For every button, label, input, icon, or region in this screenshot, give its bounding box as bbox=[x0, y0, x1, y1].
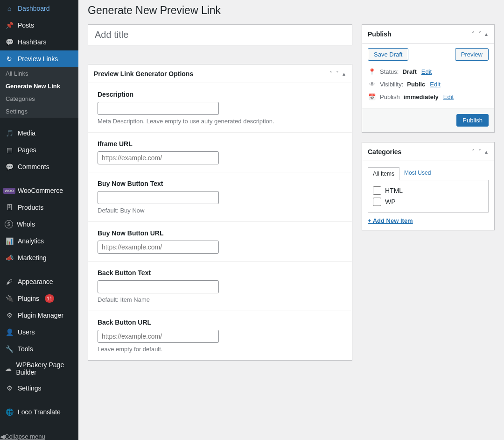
dashboard-icon: ⌂ bbox=[5, 4, 14, 13]
subitem-alllinks[interactable]: All Links bbox=[0, 67, 78, 80]
field-input-3[interactable] bbox=[98, 241, 219, 254]
categories-toggle-icon[interactable]: ▴ bbox=[484, 148, 489, 156]
publish-toggle-icon[interactable]: ▴ bbox=[484, 30, 489, 38]
sidebar-item-media[interactable]: 🎵Media bbox=[0, 125, 78, 142]
field-hint-5: Leave empty for default. bbox=[98, 346, 343, 353]
sidebar-item-marketing[interactable]: 📣Marketing bbox=[0, 249, 78, 266]
sidebar-label-pages: Pages bbox=[18, 146, 36, 154]
sidebar-item-loco[interactable]: 🌐Loco Translate bbox=[0, 404, 78, 420]
visibility-value: Public bbox=[407, 81, 425, 88]
metabox-down-icon[interactable]: ˅ bbox=[335, 70, 340, 78]
sidebar-label-hashbars: HashBars bbox=[18, 38, 46, 46]
calendar-icon: 📅 bbox=[368, 93, 376, 100]
field-hint-0: Meta Description. Leave empty to use aut… bbox=[98, 118, 343, 125]
appearance-icon: 🖌 bbox=[5, 277, 14, 286]
sidebar-label-pluginmgr: Plugin Manager bbox=[18, 312, 63, 319]
eye-icon: 👁 bbox=[368, 81, 376, 88]
plugins-icon: 🔌 bbox=[5, 294, 14, 303]
category-checkbox-0[interactable] bbox=[373, 186, 381, 195]
sidebar-label-settings2: Settings bbox=[18, 384, 42, 392]
subitem-gennew[interactable]: Generate New Link bbox=[0, 80, 78, 92]
visibility-label: Visibility: bbox=[380, 81, 403, 88]
products-icon: 🗄 bbox=[5, 203, 14, 212]
sidebar-label-loco: Loco Translate bbox=[18, 408, 61, 416]
sidebar-label-wpbakery: WPBakery Page Builder bbox=[16, 361, 74, 376]
sidebar-item-products[interactable]: 🗄Products bbox=[0, 199, 78, 216]
category-item-0[interactable]: HTML bbox=[373, 185, 483, 196]
sidebar-label-analytics: Analytics bbox=[18, 237, 44, 245]
schedule-label: Publish bbox=[380, 93, 400, 100]
preview-button[interactable]: Preview bbox=[455, 48, 489, 61]
category-label-0: HTML bbox=[385, 187, 403, 194]
publish-down-icon[interactable]: ˅ bbox=[477, 30, 482, 38]
pin-icon: 📍 bbox=[368, 68, 376, 75]
sidebar-item-wpbakery[interactable]: ☁WPBakery Page Builder bbox=[0, 357, 78, 380]
media-icon: 🎵 bbox=[5, 128, 14, 138]
categories-down-icon[interactable]: ˅ bbox=[477, 148, 482, 156]
publish-up-icon[interactable]: ˄ bbox=[471, 30, 476, 38]
add-new-category-link[interactable]: + Add New Item bbox=[368, 217, 413, 224]
visibility-edit-link[interactable]: Edit bbox=[430, 81, 440, 88]
sidebar-item-previewlinks[interactable]: ↻Preview Links bbox=[0, 50, 78, 67]
status-edit-link[interactable]: Edit bbox=[421, 68, 432, 75]
field-label-2: Buy Now Button Text bbox=[98, 180, 343, 187]
categories-up-icon[interactable]: ˄ bbox=[471, 148, 476, 156]
pluginmgr-icon: ⚙ bbox=[5, 311, 14, 320]
sidebar-item-pages[interactable]: ▤Pages bbox=[0, 142, 78, 158]
field-input-0[interactable] bbox=[98, 102, 219, 115]
sidebar-item-tools[interactable]: 🔧Tools bbox=[0, 341, 78, 357]
sidebar-item-posts[interactable]: 📌Posts bbox=[0, 17, 78, 34]
sidebar-item-plugins[interactable]: 🔌Plugins11 bbox=[0, 290, 78, 307]
subitem-cats[interactable]: Categories bbox=[0, 92, 78, 105]
sidebar-label-plugins: Plugins bbox=[18, 295, 39, 302]
field-input-5[interactable] bbox=[98, 330, 219, 343]
sidebar-item-whols[interactable]: $Whols bbox=[0, 216, 78, 233]
dollar-icon: $ bbox=[5, 220, 13, 228]
sidebar-label-media: Media bbox=[18, 129, 35, 137]
sidebar-item-woo[interactable]: WOOWooCommerce bbox=[0, 182, 78, 199]
sidebar-item-dashboard[interactable]: ⌂Dashboard bbox=[0, 0, 78, 17]
category-checkbox-1[interactable] bbox=[373, 198, 381, 206]
tab-most-used[interactable]: Most Used bbox=[399, 167, 435, 180]
wpbakery-icon: ☁ bbox=[5, 364, 12, 373]
categories-box-title: Categories bbox=[368, 148, 471, 156]
field-label-0: Description bbox=[98, 91, 343, 98]
metabox-up-icon[interactable]: ˄ bbox=[329, 70, 333, 78]
sidebar-label-comments: Comments bbox=[18, 163, 49, 170]
schedule-edit-link[interactable]: Edit bbox=[443, 93, 454, 100]
category-item-1[interactable]: WP bbox=[373, 196, 483, 207]
field-input-4[interactable] bbox=[98, 280, 219, 293]
sidebar-label-tools: Tools bbox=[18, 345, 33, 353]
sidebar-item-comments[interactable]: 💬Comments bbox=[0, 158, 78, 175]
sidebar-item-hashbars[interactable]: 💬HashBars bbox=[0, 34, 78, 50]
category-label-1: WP bbox=[385, 198, 396, 206]
status-label: Status: bbox=[380, 68, 399, 75]
publish-button[interactable]: Publish bbox=[456, 114, 489, 127]
sidebar-label-products: Products bbox=[18, 204, 43, 211]
field-hint-4: Default: Item Name bbox=[98, 296, 343, 303]
sidebar-label-whols: Whols bbox=[17, 220, 35, 228]
sidebar-item-settings2[interactable]: ⚙Settings bbox=[0, 380, 78, 397]
collapse-menu[interactable]: ◀Collapse menu bbox=[0, 433, 45, 440]
sidebar-label-posts: Posts bbox=[18, 21, 34, 29]
plugins-badge: 11 bbox=[45, 294, 54, 303]
marketing-icon: 📣 bbox=[5, 253, 14, 263]
sidebar-item-pluginmgr[interactable]: ⚙Plugin Manager bbox=[0, 307, 78, 324]
sidebar-item-appearance[interactable]: 🖌Appearance bbox=[0, 273, 78, 290]
tools-icon: 🔧 bbox=[5, 344, 14, 354]
metabox-title: Preview Link Generator Options bbox=[94, 70, 329, 78]
field-input-1[interactable] bbox=[98, 151, 219, 164]
post-title-input[interactable] bbox=[88, 24, 352, 45]
sidebar-item-analytics[interactable]: 📊Analytics bbox=[0, 233, 78, 249]
posts-icon: 📌 bbox=[5, 21, 14, 30]
sidebar-label-dashboard: Dashboard bbox=[18, 5, 50, 12]
tab-all-items[interactable]: All Items bbox=[368, 167, 399, 180]
save-draft-button[interactable]: Save Draft bbox=[368, 48, 408, 61]
metabox-toggle-icon[interactable]: ▴ bbox=[342, 70, 346, 78]
schedule-value: immediately bbox=[404, 93, 439, 100]
field-input-2[interactable] bbox=[98, 191, 219, 204]
settings2-icon: ⚙ bbox=[5, 383, 14, 393]
subitem-settings[interactable]: Settings bbox=[0, 105, 78, 118]
sidebar-item-users[interactable]: 👤Users bbox=[0, 324, 78, 341]
previewlinks-icon: ↻ bbox=[5, 54, 14, 64]
